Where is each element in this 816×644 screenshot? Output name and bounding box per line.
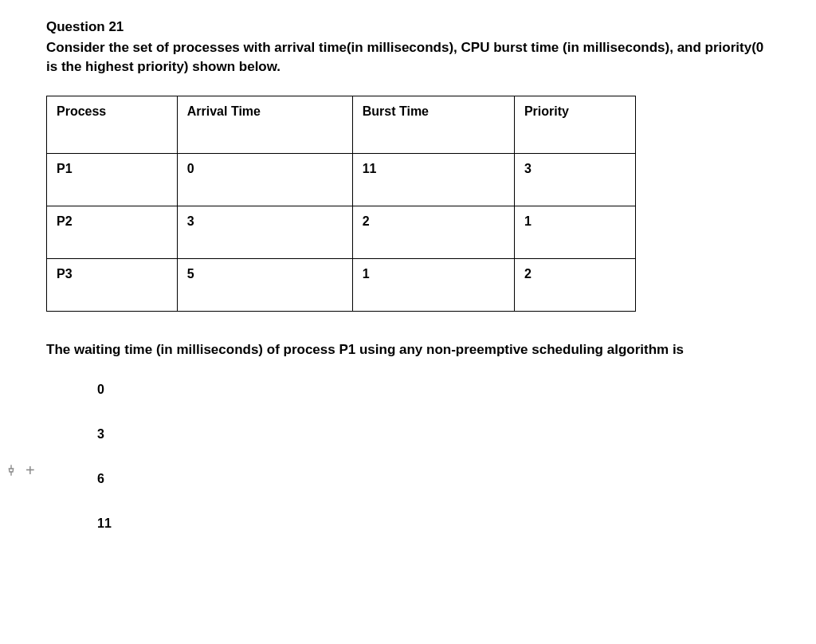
cell-process: P1 xyxy=(47,153,178,206)
cell-burst: 11 xyxy=(352,153,514,206)
answer-option[interactable]: 11 xyxy=(97,516,765,531)
cell-process: P3 xyxy=(47,258,178,311)
header-burst-time: Burst Time xyxy=(352,96,514,153)
cell-priority: 3 xyxy=(514,153,635,206)
cell-arrival: 5 xyxy=(177,258,352,311)
table-row: P2 3 2 1 xyxy=(47,206,636,258)
header-arrival-time: Arrival Time xyxy=(177,96,352,153)
process-table: Process Arrival Time Burst Time Priority… xyxy=(46,96,636,312)
header-process: Process xyxy=(47,96,178,153)
question-followup: The waiting time (in milliseconds) of pr… xyxy=(46,340,765,359)
answer-options: 0 3 6 11 xyxy=(97,383,765,531)
header-priority: Priority xyxy=(514,96,635,153)
question-content: Question 21 Consider the set of processe… xyxy=(0,0,765,531)
cell-process: P2 xyxy=(47,206,178,258)
question-intro: Consider the set of processes with arriv… xyxy=(46,38,765,77)
cell-priority: 2 xyxy=(514,258,635,311)
pin-icon[interactable] xyxy=(5,464,18,477)
table-row: P1 0 11 3 xyxy=(47,153,636,206)
plus-icon[interactable]: + xyxy=(26,462,35,478)
answer-option[interactable]: 3 xyxy=(97,427,765,442)
table-row: P3 5 1 2 xyxy=(47,258,636,311)
cell-burst: 2 xyxy=(352,206,514,258)
cell-burst: 1 xyxy=(352,258,514,311)
side-controls: + xyxy=(5,462,35,478)
cell-arrival: 3 xyxy=(177,206,352,258)
cell-priority: 1 xyxy=(514,206,635,258)
question-title: Question 21 xyxy=(46,19,765,35)
cell-arrival: 0 xyxy=(177,153,352,206)
answer-option[interactable]: 6 xyxy=(97,472,765,486)
answer-option[interactable]: 0 xyxy=(97,383,765,397)
table-header-row: Process Arrival Time Burst Time Priority xyxy=(47,96,636,153)
